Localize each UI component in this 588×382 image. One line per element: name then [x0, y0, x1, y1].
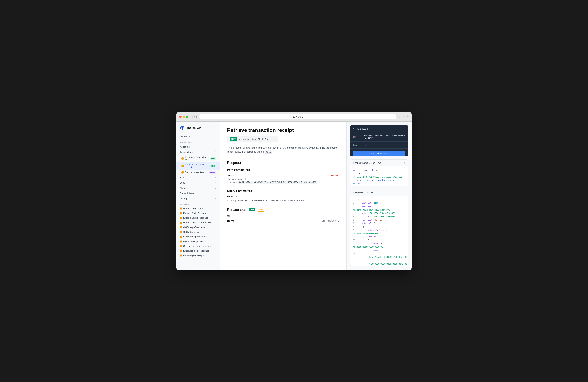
schemas-section-label: SCHEMAS [176, 201, 220, 206]
transactions-sub-items: Retrieve a transaction by ID GET Retriev… [176, 155, 220, 175]
sidebar-sub-item-send-tx[interactable]: Send a transaction POST [176, 170, 220, 175]
sample-panel-title[interactable]: Request Sample: Shell / cURL [353, 162, 384, 164]
head-param-row: head string Explicitly define the ID of … [227, 195, 339, 202]
schema-item-get-tx-receipt[interactable]: GetTxReceiptResponse [176, 234, 220, 239]
ok-label: OK [227, 215, 339, 218]
head-input-placeholder[interactable]: string [364, 144, 369, 146]
transactions-chevron: ∨ [214, 151, 216, 153]
id-param-row: id string required The transaction ID Ex… [227, 174, 339, 183]
tabs-icon[interactable]: ⧉ [407, 115, 409, 119]
send-api-button[interactable]: Send API Request [353, 151, 405, 156]
response-code-area: 1{ 2 "gasUsed": 21000, 3 "gasPayer": "0x… [351, 196, 408, 266]
sidebar-sub-item-retrieve-tx[interactable]: Retrieve a transaction by ID GET [176, 155, 220, 162]
sample-panel-header: Request Sample: Shell / cURL ⧉ [351, 159, 408, 166]
schema-item-get-block[interactable]: GetBlockResponse [176, 239, 220, 244]
sidebar-sub-item-retrieve-receipt[interactable]: Retrieve transaction receipt GET [176, 162, 220, 170]
schema-item-execute-codes-req[interactable]: ExecuteCodesRequest [176, 211, 220, 216]
id-param-required: required [331, 174, 339, 177]
back-button[interactable]: ‹ [194, 115, 195, 118]
sidebar: Thorest API Overview ENDPOINTS Accounts … [176, 122, 220, 270]
schema-dot [180, 254, 182, 257]
divider-2 [227, 205, 339, 205]
id-param-name: id [227, 174, 230, 177]
sidebar-item-blocks[interactable]: Blocks › [176, 175, 220, 180]
response-example-panel: Response Example ⧉ 1{ 2 "gasUsed": 21000… [350, 189, 408, 266]
forward-button[interactable]: › [196, 115, 197, 118]
get-badge: GET [230, 137, 237, 141]
sidebar-toggle-icon[interactable]: ⊞ [191, 115, 193, 118]
logo-icon [180, 125, 185, 130]
responses-header: Responses 200 400 [227, 208, 339, 212]
status-200-badge[interactable]: 200 [249, 208, 255, 211]
endpoints-section-label: ENDPOINTS [176, 139, 220, 144]
schema-item-compressed-block[interactable]: CompressedBlockResponse [176, 244, 220, 248]
content-type: application/json ∨ [322, 220, 339, 222]
minimize-button[interactable] [183, 115, 185, 118]
sidebar-item-overview[interactable]: Overview [176, 134, 220, 139]
sidebar-logo: Thorest API [176, 125, 220, 134]
response-copy-icon[interactable]: ⧉ [403, 191, 405, 194]
sidebar-item-node[interactable]: Node › [176, 185, 220, 191]
app-content: Thorest API Overview ENDPOINTS Accounts … [176, 122, 412, 270]
endpoint-badge: GET /transactions/{id}/receipt [227, 136, 278, 142]
new-tab-icon[interactable]: ＋ [402, 115, 405, 119]
schema-dot [180, 222, 182, 224]
sidebar-item-subscriptions[interactable]: Subscriptions › [176, 191, 220, 196]
sidebar-logo-text: Thorest API [187, 126, 202, 129]
subscriptions-chevron: › [215, 192, 216, 194]
divider [227, 186, 339, 187]
schema-dot [180, 236, 182, 238]
status-400-badge[interactable]: 400 [258, 208, 265, 212]
traffic-lights [179, 115, 189, 118]
sidebar-item-transactions[interactable]: Transactions ∨ [176, 149, 220, 155]
head-param-type: string [234, 195, 239, 198]
share-icon[interactable]: ⬆ [399, 115, 401, 119]
description: This endpoint allows you to retrieve the… [227, 146, 339, 154]
response-panel-header: Response Example ⧉ [351, 189, 408, 196]
params-panel-title: Parameters [356, 127, 368, 130]
endpoint-path: /transactions/{id}/receipt [239, 138, 276, 141]
page-title: Retrieve transaction receipt [227, 127, 339, 133]
schema-item-get-storage[interactable]: GetStorageResponse [176, 225, 220, 230]
body-header: Body application/json ∨ [227, 219, 339, 223]
schema-dot [180, 226, 182, 229]
schema-dot [180, 245, 182, 247]
id-input-value[interactable]: 0xb6b5b47a5eee8b14e5222ac1bb957c0bbdc3d4… [364, 134, 405, 139]
head-input-label: head [353, 144, 360, 146]
retrieve-receipt-method: GET [210, 165, 216, 167]
schema-item-get-account-code[interactable]: GetAccountCodeResponse [176, 220, 220, 225]
parameters-panel: ▾ Parameters id* : 0xb6b5b47a5eee8b14e52… [350, 125, 408, 156]
copy-icon[interactable]: ⧉ [403, 161, 405, 164]
schema-dot [180, 212, 182, 214]
browser-chrome: ⊞ ‹ › 127.0.0.1 ⬆ ＋ ⧉ [176, 112, 412, 122]
id-param-example: Examples: 0xb6b5b47a5eee8b14e5222ac1bb95… [227, 181, 339, 183]
browser-actions: ⬆ ＋ ⧉ [399, 115, 409, 119]
schema-item-event-log-filter[interactable]: EventLogFilterRequest [176, 253, 220, 258]
sidebar-item-debug[interactable]: Debug › [176, 196, 220, 201]
schema-item-get-tx[interactable]: GetTxResponse [176, 230, 220, 234]
schema-dot [180, 231, 182, 233]
id-param-desc: The transaction ID [227, 178, 339, 180]
parameters-panel-header: ▾ Parameters [350, 125, 408, 133]
close-button[interactable] [179, 115, 182, 118]
send-tx-method: POST [209, 171, 216, 174]
schema-item-expanded-block[interactable]: ExpandedBlockResponse [176, 248, 220, 253]
blocks-chevron: › [215, 176, 216, 179]
id-input-label: id* [353, 136, 360, 138]
schema-dot [180, 240, 182, 243]
sample-code: curl --request GET \ --url http://127.0.… [351, 166, 408, 186]
schema-item-execute-codes-res[interactable]: ExecuteCodesResponse [176, 216, 220, 220]
responses-title: Responses [227, 208, 246, 212]
schema-item-get-account[interactable]: GetAccountResponse [176, 206, 220, 211]
body-title: Body [227, 219, 234, 223]
url-bar[interactable]: 127.0.0.1 [199, 114, 397, 119]
sidebar-item-accounts[interactable]: Accounts › [176, 144, 220, 149]
logs-chevron: › [215, 182, 216, 184]
params-panel-chevron: ▾ [353, 128, 354, 130]
retrieve-receipt-dot [181, 165, 184, 167]
sidebar-item-logs[interactable]: Logs › [176, 180, 220, 185]
maximize-button[interactable] [186, 115, 189, 118]
request-sample-panel: Request Sample: Shell / cURL ⧉ curl --re… [350, 159, 408, 186]
id-param-type: string [231, 174, 236, 177]
send-tx-dot [181, 171, 184, 174]
